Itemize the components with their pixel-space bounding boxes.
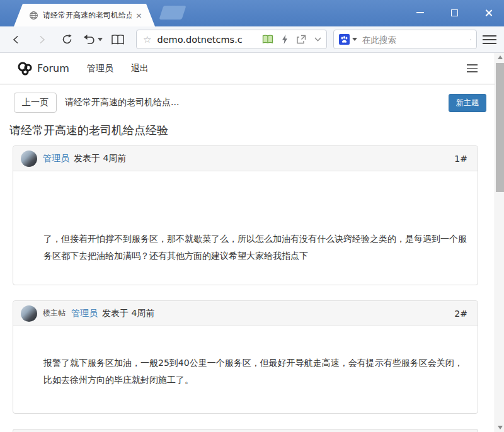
post-body: 了，但接着开怕撑不到服务区，那不就歇菜了么，所以怎么加油有没有什么诀窍经验之类的… bbox=[13, 171, 478, 285]
page-menu-icon[interactable] bbox=[467, 64, 478, 72]
post-body: 报警了就下服务区加油，一般25到40公里一个服务区，但最好开导航走高速，会有提示… bbox=[13, 326, 478, 413]
brand-label: Forum bbox=[37, 62, 69, 74]
browser-tab[interactable]: 请经常开高速的老司机给点经验 × bbox=[14, 4, 155, 26]
post-list: 管理员 发表于 4周前 1# 了，但接着开怕撑不到服务区，那不就歇菜了么，所以怎… bbox=[13, 145, 478, 432]
avatar[interactable] bbox=[21, 305, 37, 322]
tab-title: 请经常开高速的老司机给点经验 bbox=[43, 10, 132, 21]
tab-close-icon[interactable]: × bbox=[135, 11, 142, 20]
page-viewport: Forum 管理员 退出 上一页 请经常开高速的老司机给点... 新主题 请经常… bbox=[0, 53, 504, 432]
post-timestamp: 发表于 4周前 bbox=[74, 153, 126, 164]
baidu-search-engine-icon[interactable] bbox=[339, 34, 350, 45]
window-controls bbox=[411, 4, 498, 21]
post-author-link[interactable]: 管理员 bbox=[43, 153, 69, 164]
browser-toolbar: ☆ demo.dotnetcms.c bbox=[0, 26, 504, 53]
post-header: 管理员 发表于 4周前 1# bbox=[13, 146, 478, 171]
browser-titlebar: 请经常开高速的老司机给点经验 × bbox=[0, 0, 504, 26]
site-navbar: Forum 管理员 退出 bbox=[0, 53, 504, 84]
share-icon[interactable] bbox=[296, 35, 306, 44]
undo-button[interactable] bbox=[81, 30, 105, 49]
url-text[interactable]: demo.dotnetcms.c bbox=[157, 35, 258, 45]
post-card: 管理员 发表于 4周前 1# 了，但接着开怕撑不到服务区，那不就歇菜了么，所以怎… bbox=[13, 145, 478, 285]
new-tab-button[interactable] bbox=[159, 6, 186, 20]
post-card: 楼主帖 管理员 发表于 4周前 2# 报警了就下服务区加油，一般25到40公里一… bbox=[13, 300, 478, 414]
back-icon bbox=[11, 35, 21, 45]
maximize-icon bbox=[451, 9, 458, 16]
page-scrollbar[interactable] bbox=[495, 53, 504, 432]
forward-icon bbox=[37, 35, 47, 45]
bookmark-star-icon[interactable]: ☆ bbox=[143, 34, 151, 45]
previous-page-button[interactable]: 上一页 bbox=[14, 93, 57, 113]
address-bar-icons bbox=[262, 35, 321, 44]
chevron-down-icon[interactable] bbox=[314, 37, 321, 42]
reading-mode-button[interactable] bbox=[108, 30, 127, 49]
forum-logo-icon bbox=[18, 62, 33, 76]
minimize-icon bbox=[416, 12, 424, 13]
scroll-up-icon[interactable] bbox=[495, 53, 504, 62]
breadcrumb: 上一页 请经常开高速的老司机给点... 新主题 bbox=[14, 93, 486, 113]
nav-link-logout[interactable]: 退出 bbox=[131, 63, 149, 74]
forward-button[interactable] bbox=[33, 30, 50, 49]
thread-title: 请经常开高速的老司机给点经验 bbox=[9, 123, 504, 138]
lightning-icon[interactable] bbox=[282, 35, 288, 44]
search-engine-dropdown-icon[interactable] bbox=[352, 38, 357, 41]
book-icon bbox=[111, 34, 125, 45]
search-icon[interactable] bbox=[470, 35, 471, 45]
post-author-link[interactable]: 管理员 bbox=[71, 308, 98, 319]
op-badge: 楼主帖 bbox=[43, 308, 66, 319]
minimize-button[interactable] bbox=[411, 4, 430, 21]
nav-link-admin[interactable]: 管理员 bbox=[87, 63, 113, 74]
undo-icon bbox=[83, 34, 96, 45]
browser-menu-button[interactable] bbox=[483, 35, 496, 44]
maximize-button[interactable] bbox=[445, 4, 464, 21]
scrollbar-thumb[interactable] bbox=[496, 63, 504, 192]
close-button[interactable] bbox=[479, 4, 498, 21]
refresh-icon bbox=[61, 33, 73, 45]
search-box[interactable] bbox=[333, 30, 477, 49]
scroll-down-icon[interactable] bbox=[495, 423, 504, 432]
globe-icon bbox=[29, 11, 38, 20]
avatar[interactable] bbox=[21, 151, 37, 167]
address-bar[interactable]: ☆ demo.dotnetcms.c bbox=[136, 30, 327, 49]
close-icon bbox=[484, 9, 493, 17]
post-header: 楼主帖 管理员 发表于 4周前 2# bbox=[13, 301, 478, 326]
post-card-partial bbox=[13, 429, 478, 432]
post-floor-number: 1# bbox=[454, 154, 467, 164]
undo-dropdown-icon bbox=[98, 38, 103, 42]
post-timestamp: 发表于 4周前 bbox=[102, 308, 154, 319]
refresh-button[interactable] bbox=[58, 30, 76, 49]
post-floor-number: 2# bbox=[454, 309, 467, 319]
breadcrumb-topic: 请经常开高速的老司机给点... bbox=[65, 97, 179, 108]
search-input[interactable] bbox=[362, 35, 470, 45]
favorites-book-icon[interactable] bbox=[262, 35, 273, 44]
site-brand[interactable]: Forum bbox=[18, 62, 69, 76]
back-button[interactable] bbox=[8, 30, 25, 49]
new-topic-button[interactable]: 新主题 bbox=[449, 94, 486, 112]
